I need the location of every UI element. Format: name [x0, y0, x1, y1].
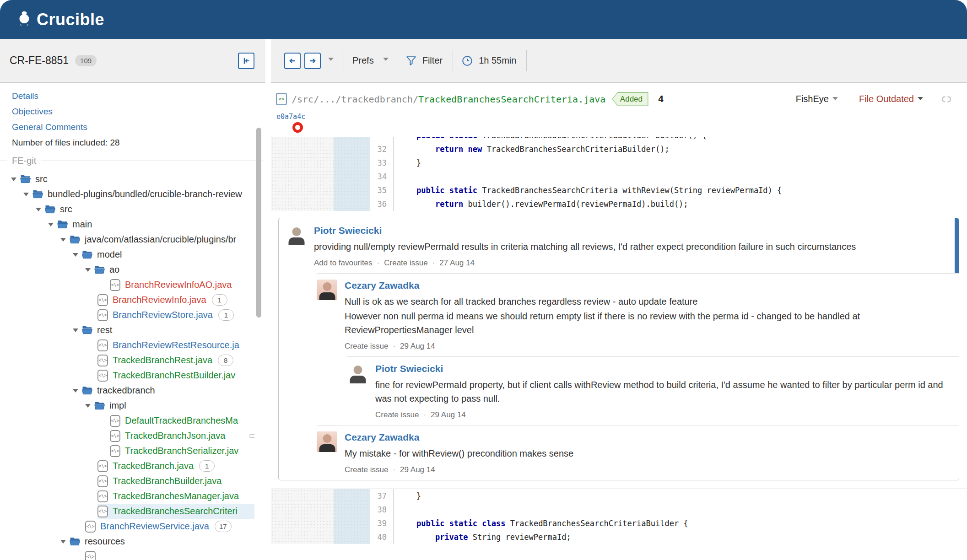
line-number[interactable]: 40: [370, 530, 394, 544]
comment-author-link[interactable]: Cezary Zawadka: [345, 432, 419, 443]
line-number[interactable]: 38: [370, 503, 394, 517]
comment-thread: Piotr Swiecickiproviding null/empty revi…: [278, 218, 959, 480]
next-file-button[interactable]: [304, 53, 321, 69]
tree-item-folder[interactable]: main: [0, 217, 254, 232]
line-number[interactable]: 34: [370, 170, 394, 183]
tree-item-file[interactable]: <\>TrackedBranchRest.java8: [0, 353, 254, 368]
repo-name: FE-git: [12, 156, 36, 166]
tree-item-file[interactable]: <\>TrackedBranchJson.java: [0, 428, 254, 443]
expand-caret-icon[interactable]: [73, 328, 78, 332]
comment-action-link[interactable]: Create issue: [345, 465, 388, 474]
tree-item-file[interactable]: <\>TrackedBranchSerializer.jav: [0, 443, 254, 458]
diff-gutter[interactable]: [334, 489, 370, 503]
expand-caret-icon[interactable]: [73, 389, 78, 393]
diff-gutter[interactable]: [334, 137, 370, 142]
expand-caret-icon[interactable]: [23, 193, 29, 196]
code-file-icon: <\>: [85, 551, 96, 560]
tree-item-folder[interactable]: trackedbranch: [0, 383, 254, 398]
sidebar-link-objectives[interactable]: Objectives: [0, 104, 265, 119]
time-spent-button[interactable]: 1h 55min: [453, 55, 526, 67]
diff-gutter[interactable]: [334, 170, 370, 183]
tree-item-file[interactable]: <\>DefaultTrackedBranchesMa: [0, 413, 254, 428]
prev-file-button[interactable]: [284, 53, 301, 69]
expand-caret-icon[interactable]: [48, 223, 54, 226]
tree-item-folder[interactable]: model: [0, 247, 254, 262]
comment-action-link[interactable]: Create issue: [384, 258, 427, 267]
filter-button[interactable]: Filter: [397, 55, 453, 66]
tree-item-folder[interactable]: bundled-plugins/bundled/crucible-branch-…: [0, 187, 254, 202]
line-number[interactable]: 35: [370, 183, 394, 197]
code-line[interactable]: 39 public static class TrackedBranchesSe…: [271, 517, 967, 530]
tree-item-folder[interactable]: rest: [0, 323, 254, 338]
file-nav-dropdown-caret[interactable]: [328, 58, 334, 64]
code-line[interactable]: 34: [271, 170, 967, 183]
code-line[interactable]: 35 public static TrackedBranchesSearchCr…: [271, 183, 967, 197]
code-line[interactable]: public static TrackedBranchesSearchCrite…: [271, 137, 967, 142]
comment-action-link[interactable]: Create issue: [345, 342, 388, 350]
expand-caret-icon[interactable]: [11, 178, 16, 181]
comment-author-link[interactable]: Piotr Swiecicki: [375, 363, 443, 374]
tree-item-file[interactable]: <\>TrackedBranchBuilder.java: [0, 474, 254, 489]
fisheye-dropdown[interactable]: FishEye: [796, 94, 838, 104]
code-line[interactable]: 33 }: [271, 156, 967, 170]
tree-item-file[interactable]: <\>TrackedBranch.java1: [0, 458, 254, 474]
code-file-icon: <\>: [97, 475, 108, 487]
diff-gutter[interactable]: [334, 197, 370, 211]
comment-author-link[interactable]: Cezary Zawadka: [345, 280, 419, 291]
line-number[interactable]: 39: [370, 517, 394, 530]
tree-item-file[interactable]: <\>BranchReviewInfo.java1: [0, 292, 254, 307]
tree-item-file[interactable]: <\>TrackedBranchesSearchCriteri: [0, 504, 254, 519]
code-line[interactable]: 36 return builder().reviewPermaId(review…: [271, 197, 967, 211]
tree-item-folder[interactable]: src: [0, 172, 254, 187]
diff-gutter[interactable]: [334, 142, 370, 156]
diff-gutter[interactable]: [334, 517, 370, 530]
sidebar-link-general-comments[interactable]: General Comments: [0, 119, 265, 135]
comment-action-link[interactable]: Create issue: [375, 410, 419, 419]
diff-gutter[interactable]: [334, 183, 370, 197]
expand-caret-icon[interactable]: [85, 404, 91, 408]
expand-caret-icon[interactable]: [60, 540, 66, 544]
tree-item-file[interactable]: <\>TrackedBranchRestBuilder.jav: [0, 368, 254, 383]
expand-caret-icon[interactable]: [73, 253, 78, 257]
line-number[interactable]: 36: [370, 197, 394, 211]
code-line[interactable]: 38: [271, 503, 967, 517]
filter-funnel-icon: [405, 55, 417, 66]
commit-hash-link[interactable]: e0a7a4c: [276, 113, 305, 121]
tree-item-file[interactable]: <\>TrackedBranchesManager.java: [0, 489, 254, 504]
tree-item-folder[interactable]: resources: [0, 534, 254, 549]
expand-caret-icon[interactable]: [85, 268, 91, 272]
tree-item-file[interactable]: <\>BranchReviewStore.java1: [0, 307, 254, 323]
tree-item-file[interactable]: <\>BranchReviewRestResource.ja: [0, 338, 254, 353]
tree-item-folder[interactable]: impl: [0, 398, 254, 413]
commit-marker-icon[interactable]: [292, 122, 303, 133]
pane-divider[interactable]: [265, 39, 271, 560]
tree-item-file[interactable]: <\>: [0, 549, 254, 560]
tree-item-file[interactable]: <\>BranchReviewService.java17: [0, 519, 254, 534]
line-number[interactable]: [370, 137, 394, 142]
line-number[interactable]: 32: [370, 142, 394, 156]
expand-caret-icon[interactable]: [36, 208, 41, 211]
collapse-sidebar-button[interactable]: [238, 53, 254, 69]
comment-author-link[interactable]: Piotr Swiecicki: [314, 225, 382, 236]
crucible-logo[interactable]: Crucible: [15, 9, 104, 30]
unlink-icon[interactable]: [940, 94, 953, 105]
comment-action-link[interactable]: Add to favourites: [314, 258, 373, 267]
diff-gutter[interactable]: [334, 503, 370, 517]
file-outdated-dropdown[interactable]: File Outdated: [859, 94, 923, 104]
scrollbar-thumb[interactable]: [256, 128, 261, 318]
tree-item-folder[interactable]: ao: [0, 262, 254, 277]
code-line[interactable]: 37 }: [271, 489, 967, 503]
code-line[interactable]: 40 private String reviewPermaId;: [271, 530, 967, 544]
line-number[interactable]: 37: [370, 489, 394, 503]
tree-item-folder[interactable]: java/com/atlassian/crucible/plugins/br: [0, 232, 254, 247]
tree-item-file[interactable]: <\>BranchReviewInfoAO.java: [0, 277, 254, 292]
diff-gutter[interactable]: [334, 530, 370, 544]
expand-caret-icon[interactable]: [60, 238, 66, 242]
tree-item-folder[interactable]: src: [0, 202, 254, 217]
diff-gutter[interactable]: [334, 156, 370, 170]
line-number[interactable]: 33: [370, 156, 394, 170]
prefs-dropdown[interactable]: Prefs: [342, 55, 397, 66]
tree-item-label: rest: [97, 325, 112, 335]
code-line[interactable]: 32 return new TrackedBranchesSearchCrite…: [271, 142, 967, 156]
sidebar-link-details[interactable]: Details: [0, 88, 265, 104]
